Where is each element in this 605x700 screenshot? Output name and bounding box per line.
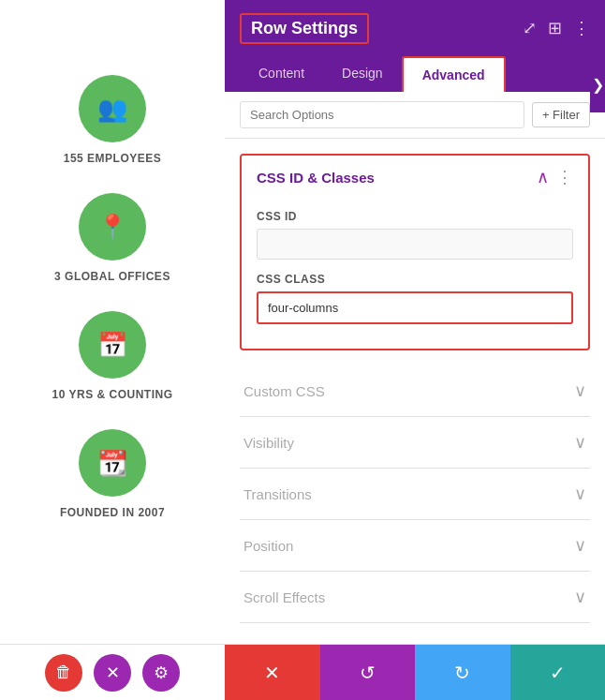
section-body: CSS ID CSS Class [242, 199, 588, 349]
left-panel: 👥 155 EMPLOYEES 📍 3 GLOBAL OFFICES 📅 10 … [0, 0, 225, 700]
chevron-down-icon: ∨ [574, 484, 586, 504]
stat-circle-founded: 📆 [79, 429, 146, 497]
stat-circle-offices: 📍 [79, 193, 146, 261]
tab-content[interactable]: Content [240, 56, 323, 92]
bottom-toolbar-left: 🗑 ✕ ⚙ [0, 644, 225, 700]
css-class-input[interactable] [257, 291, 573, 324]
search-input[interactable] [240, 101, 524, 128]
stat-item-offices: 📍 3 GLOBAL OFFICES [54, 193, 170, 283]
stat-item-years: 📅 10 YRS & COUNTING [52, 311, 173, 401]
stat-label-offices: 3 GLOBAL OFFICES [54, 270, 170, 283]
css-id-input[interactable] [257, 229, 573, 260]
chevron-right-icon: ❯ [592, 76, 604, 94]
stat-label-years: 10 YRS & COUNTING [52, 388, 173, 401]
row-settings-panel: Row Settings ⤢ ⊞ ⋮ ❯ Content Design Adva… [225, 0, 605, 700]
close-button[interactable]: ✕ [94, 654, 131, 692]
collapsible-title-position: Position [243, 538, 293, 554]
collapsible-header-scroll-effects[interactable]: Scroll Effects ∨ [240, 587, 590, 607]
stat-label-founded: FOUNDED IN 2007 [60, 506, 165, 519]
panel-header: Row Settings ⤢ ⊞ ⋮ [225, 0, 605, 56]
css-class-field-group: CSS Class [257, 273, 573, 324]
bottom-action-bar: ✕ ↺ ↻ ✓ [225, 644, 605, 700]
section-position: Position ∨ [240, 520, 590, 572]
css-id-classes-section: CSS ID & Classes ∧ ⋮ CSS ID CSS Class [240, 154, 590, 350]
collapsible-title-visibility: Visibility [243, 435, 294, 451]
section-custom-css: Custom CSS ∨ [240, 365, 590, 417]
chevron-down-icon: ∨ [574, 535, 586, 556]
section-more-icon[interactable]: ⋮ [556, 167, 573, 187]
collapsible-title-scroll-effects: Scroll Effects [243, 589, 325, 605]
collapsible-header-visibility[interactable]: Visibility ∨ [240, 432, 590, 453]
collapse-icon[interactable]: ∧ [537, 167, 549, 187]
undo-button[interactable]: ↺ [320, 645, 416, 700]
collapsibles-container: Custom CSS ∨ Visibility ∨ Transitions ∨ … [240, 365, 590, 623]
collapsible-title-transitions: Transitions [243, 486, 312, 502]
delete-button[interactable]: 🗑 [45, 654, 82, 692]
layout-icon[interactable]: ⊞ [548, 18, 562, 38]
chevron-down-icon: ∨ [574, 432, 586, 453]
section-scroll-effects: Scroll Effects ∨ [240, 572, 590, 623]
redo-button[interactable]: ↻ [415, 645, 510, 700]
collapsible-header-position[interactable]: Position ∨ [240, 535, 590, 556]
section-transitions: Transitions ∨ [240, 469, 590, 520]
stat-label-employees: 155 EMPLOYEES [64, 152, 162, 165]
tabs-bar: Content Design Advanced [225, 56, 605, 92]
css-id-field-group: CSS ID [257, 210, 573, 260]
right-edge-toggle[interactable]: ❯ [590, 56, 605, 112]
css-id-label: CSS ID [257, 210, 573, 223]
header-icons: ⤢ ⊞ ⋮ [523, 18, 590, 38]
stat-item-employees: 👥 155 EMPLOYEES [64, 75, 162, 165]
stat-circle-employees: 👥 [79, 75, 146, 142]
expand-icon[interactable]: ⤢ [523, 18, 537, 38]
section-visibility: Visibility ∨ [240, 417, 590, 469]
collapsible-header-transitions[interactable]: Transitions ∨ [240, 484, 590, 504]
collapsible-header-custom-css[interactable]: Custom CSS ∨ [240, 380, 590, 401]
stat-item-founded: 📆 FOUNDED IN 2007 [60, 429, 165, 519]
collapsible-title-custom-css: Custom CSS [243, 383, 325, 399]
css-class-label: CSS Class [257, 273, 573, 286]
filter-label: + Filter [542, 108, 580, 122]
search-bar: + Filter [225, 92, 605, 139]
panel-content: CSS ID & Classes ∧ ⋮ CSS ID CSS Class [225, 139, 605, 644]
settings-button[interactable]: ⚙ [142, 654, 180, 692]
chevron-down-icon: ∨ [574, 380, 586, 401]
section-header: CSS ID & Classes ∧ ⋮ [242, 156, 588, 199]
tab-advanced[interactable]: Advanced [402, 56, 506, 92]
save-button[interactable]: ✓ [510, 645, 606, 700]
filter-button[interactable]: + Filter [532, 102, 590, 127]
chevron-down-icon: ∨ [574, 587, 586, 607]
stat-circle-years: 📅 [79, 311, 146, 379]
section-title: CSS ID & Classes [257, 170, 375, 186]
discard-button[interactable]: ✕ [225, 645, 320, 700]
tab-design[interactable]: Design [323, 56, 402, 92]
section-icons: ∧ ⋮ [537, 167, 573, 187]
more-options-icon[interactable]: ⋮ [573, 18, 590, 38]
panel-title: Row Settings [240, 13, 369, 44]
